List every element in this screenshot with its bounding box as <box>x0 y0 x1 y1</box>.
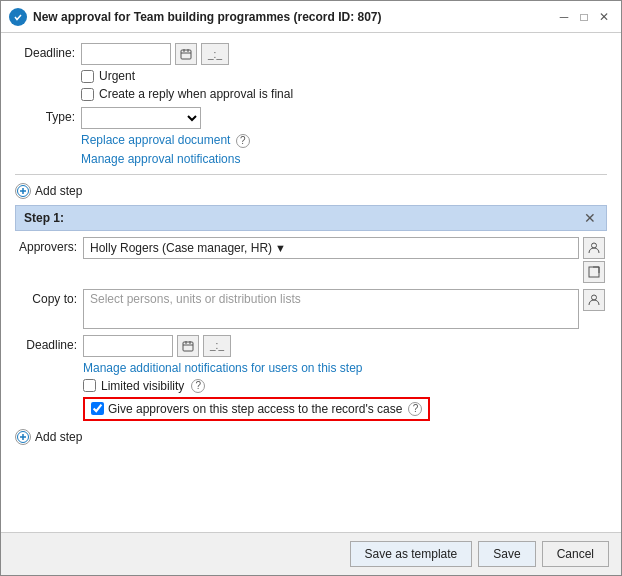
reply-checkbox[interactable] <box>81 88 94 101</box>
give-access-checkbox[interactable] <box>91 402 104 415</box>
deadline-row: Deadline: _:_ Ur <box>15 43 607 101</box>
window-controls: ─ □ ✕ <box>555 8 613 26</box>
step-deadline-time-button[interactable]: _:_ <box>203 335 231 357</box>
reply-label: Create a reply when approval is final <box>99 87 293 101</box>
urgent-row: Urgent <box>81 69 607 83</box>
add-step-bottom[interactable]: Add step <box>15 429 607 445</box>
close-button[interactable]: ✕ <box>595 8 613 26</box>
step-deadline-date-input[interactable] <box>83 335 173 357</box>
step-deadline-input-row: _:_ <box>83 335 605 357</box>
type-row: Type: Replace approval document ? Manage… <box>15 107 607 166</box>
approval-window: New approval for Team building programme… <box>0 0 622 576</box>
replace-link-row: Replace approval document ? <box>81 133 607 148</box>
save-button[interactable]: Save <box>478 541 535 567</box>
window-title: New approval for Team building programme… <box>33 10 549 24</box>
deadline-time-button[interactable]: _:_ <box>201 43 229 65</box>
svg-rect-1 <box>181 50 191 59</box>
add-step-top-label: Add step <box>35 184 82 198</box>
urgent-label: Urgent <box>99 69 135 83</box>
divider-1 <box>15 174 607 175</box>
svg-rect-11 <box>183 342 193 351</box>
cancel-button[interactable]: Cancel <box>542 541 609 567</box>
copyto-row: Copy to: Select persons, units or distri… <box>17 289 605 329</box>
reply-row: Create a reply when approval is final <box>81 87 607 101</box>
type-select[interactable] <box>81 107 201 129</box>
approvers-dropdown-icon: ▼ <box>275 242 286 254</box>
step-header: Step 1: ✕ <box>15 205 607 231</box>
limited-visibility-label: Limited visibility <box>101 379 184 393</box>
approvers-expand-button[interactable] <box>583 261 605 283</box>
approvers-row: Approvers: Holly Rogers (Case manager, H… <box>17 237 605 283</box>
give-access-label: Give approvers on this step access to th… <box>108 402 402 416</box>
manage-notifications-row: Manage approval notifications <box>81 152 607 166</box>
replace-link[interactable]: Replace approval document <box>81 133 230 147</box>
step-deadline-row: Deadline: <box>17 335 605 421</box>
add-step-top[interactable]: Add step <box>15 183 607 199</box>
approvers-person-button[interactable] <box>583 237 605 259</box>
titlebar: New approval for Team building programme… <box>1 1 621 33</box>
add-step-icon-bottom <box>15 429 31 445</box>
step-1: Step 1: ✕ Approvers: Holly Rogers (Case … <box>15 205 607 421</box>
svg-rect-9 <box>589 267 599 277</box>
step-deadline-controls: _:_ Manage additional notifications for … <box>83 335 605 421</box>
urgent-checkbox[interactable] <box>81 70 94 83</box>
replace-help-icon[interactable]: ? <box>236 134 250 148</box>
step-close-button[interactable]: ✕ <box>582 210 598 226</box>
step-deadline-label: Deadline: <box>17 335 77 352</box>
copyto-input[interactable]: Select persons, units or distribution li… <box>83 289 579 329</box>
footer: Save as template Save Cancel <box>1 532 621 575</box>
give-access-highlight: Give approvers on this step access to th… <box>83 397 430 421</box>
window-icon <box>9 8 27 26</box>
deadline-calendar-button[interactable] <box>175 43 197 65</box>
save-template-button[interactable]: Save as template <box>350 541 473 567</box>
svg-point-0 <box>12 11 24 23</box>
deadline-input-row: _:_ <box>81 43 607 65</box>
give-access-row: Give approvers on this step access to th… <box>83 397 605 421</box>
step-body: Approvers: Holly Rogers (Case manager, H… <box>15 237 607 421</box>
svg-point-8 <box>592 243 597 248</box>
type-controls: Replace approval document ? Manage appro… <box>81 107 607 166</box>
type-label: Type: <box>15 107 75 124</box>
limited-visibility-row: Limited visibility ? <box>83 379 605 393</box>
approvers-input[interactable]: Holly Rogers (Case manager, HR) ▼ <box>83 237 579 259</box>
step-title: Step 1: <box>24 211 64 225</box>
step-deadline-calendar-button[interactable] <box>177 335 199 357</box>
limited-visibility-checkbox[interactable] <box>83 379 96 392</box>
copyto-label: Copy to: <box>17 289 77 306</box>
approvers-label: Approvers: <box>17 237 77 254</box>
approvers-value: Holly Rogers (Case manager, HR) <box>90 241 272 255</box>
add-step-bottom-label: Add step <box>35 430 82 444</box>
copyto-person-button[interactable] <box>583 289 605 311</box>
give-access-help-icon[interactable]: ? <box>408 402 422 416</box>
deadline-label: Deadline: <box>15 43 75 60</box>
maximize-button[interactable]: □ <box>575 8 593 26</box>
add-step-icon-top <box>15 183 31 199</box>
svg-point-10 <box>592 295 597 300</box>
type-select-row <box>81 107 607 129</box>
manage-step-link[interactable]: Manage additional notifications for user… <box>83 361 363 375</box>
deadline-date-input[interactable] <box>81 43 171 65</box>
limited-visibility-help-icon[interactable]: ? <box>191 379 205 393</box>
manage-notifications-link[interactable]: Manage approval notifications <box>81 152 240 166</box>
minimize-button[interactable]: ─ <box>555 8 573 26</box>
deadline-controls: _:_ Urgent Create a reply when approval … <box>81 43 607 101</box>
form-content: Deadline: _:_ Ur <box>1 33 621 532</box>
copyto-placeholder: Select persons, units or distribution li… <box>90 292 301 306</box>
